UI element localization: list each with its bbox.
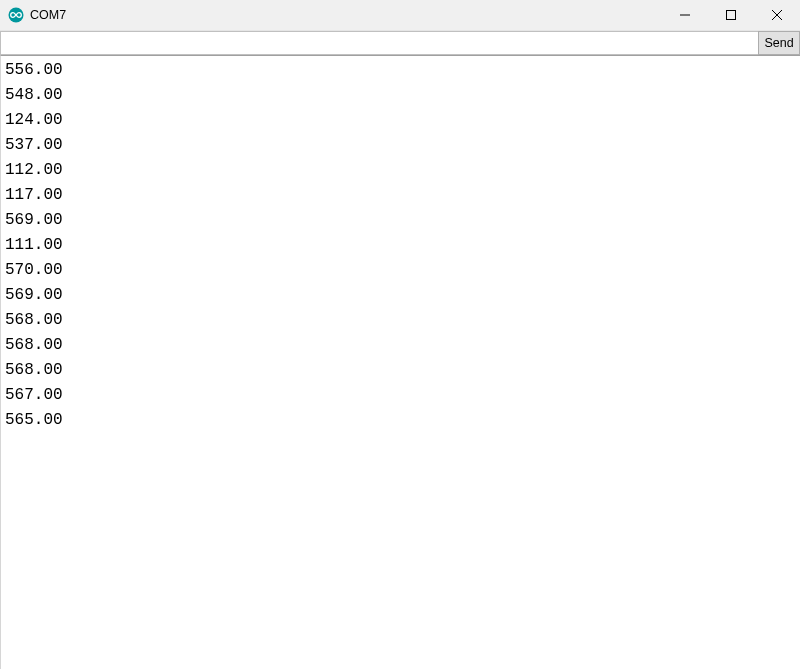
send-button[interactable]: Send xyxy=(758,31,800,55)
maximize-button[interactable] xyxy=(708,0,754,30)
window-title: COM7 xyxy=(30,8,662,22)
input-row: Send xyxy=(0,31,800,55)
close-button[interactable] xyxy=(754,0,800,30)
minimize-button[interactable] xyxy=(662,0,708,30)
minimize-icon xyxy=(680,10,690,20)
close-icon xyxy=(772,10,782,20)
serial-input[interactable] xyxy=(0,31,758,55)
titlebar: COM7 xyxy=(0,0,800,31)
arduino-icon xyxy=(8,7,24,23)
serial-output[interactable]: 556.00 548.00 124.00 537.00 112.00 117.0… xyxy=(0,55,800,669)
svg-rect-2 xyxy=(727,11,736,20)
maximize-icon xyxy=(726,10,736,20)
window-controls xyxy=(662,0,800,30)
